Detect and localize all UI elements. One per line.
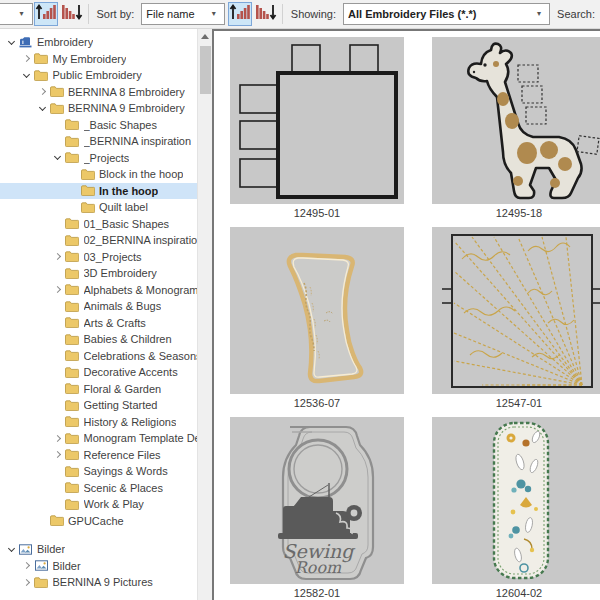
view-mode-combobox[interactable]: ▾ [0, 3, 33, 25]
tree-item-work-play[interactable]: Work & Play [0, 496, 197, 513]
design-thumbnail[interactable]: 12547-01 [432, 227, 600, 409]
sort-by-combobox[interactable]: File name ▾ [141, 3, 225, 25]
tree-item-01-basic-shapes[interactable]: 01_Basic Shapes [0, 216, 197, 233]
tree-item-history-religions[interactable]: History & Religions [0, 414, 197, 431]
toolbar-separator [282, 4, 283, 24]
tree-item-animals-bugs[interactable]: Animals & Bugs [0, 298, 197, 315]
chevron-expanded-icon[interactable] [20, 74, 34, 77]
pictures-icon-wrap [18, 543, 33, 556]
folder-icon [65, 136, 79, 147]
tree-item-embroidery[interactable]: Embroidery [0, 34, 197, 51]
folder-icon [65, 235, 79, 246]
chevron-collapsed-icon[interactable] [20, 563, 34, 568]
chevron-expanded-icon[interactable] [51, 156, 65, 159]
tree-item-reference-files[interactable]: Reference Files [0, 447, 197, 464]
tree-item-label: Arts & Crafts [84, 317, 146, 329]
chevron-expanded-icon[interactable] [4, 41, 18, 44]
tree-item-projects[interactable]: _Projects [0, 150, 197, 167]
folder-icon-wrap [80, 201, 95, 214]
tree-item-label: Work & Play [84, 498, 144, 510]
curved-band-drawing [230, 227, 404, 394]
folder-icon [65, 119, 79, 130]
folder-icon-wrap [34, 576, 49, 589]
folder-icon-wrap [65, 399, 80, 412]
tree-item-label: _BERNINA inspiration [84, 135, 192, 147]
scrollbar-thumb[interactable] [200, 46, 211, 94]
folder-tree: Embroidery My Embroidery Public Embroide… [0, 29, 197, 591]
search-label: Search: [552, 8, 600, 20]
tree-scrollbar[interactable] [197, 29, 212, 600]
tree-item-label: History & Religions [84, 416, 177, 428]
tree-item-gpucache[interactable]: GPUCache [0, 513, 197, 530]
sort-ascending-button-2[interactable] [228, 2, 252, 26]
tree-item-label: 03_Projects [84, 251, 142, 263]
tree-item-getting-started[interactable]: Getting Started [0, 397, 197, 414]
tree-item-bilder[interactable]: Bilder [0, 558, 197, 575]
sort-ascending-button[interactable] [34, 2, 58, 26]
tree-item-label: Reference Files [84, 449, 161, 461]
folder-icon [65, 400, 79, 411]
chevron-collapsed-icon[interactable] [51, 254, 65, 259]
folder-icon [65, 482, 79, 493]
chevron-collapsed-icon[interactable] [51, 287, 65, 292]
chevron-collapsed-icon[interactable] [20, 56, 34, 61]
tree-item-alphabets-monograms[interactable]: Alphabets & Monograms [0, 282, 197, 299]
design-thumbnail[interactable]: 12604-02 [432, 417, 600, 599]
sort-descending-button[interactable] [60, 2, 84, 26]
tree-item-public-embroidery[interactable]: Public Embroidery [0, 67, 197, 84]
tree-item-02-bernina-inspiration[interactable]: 02_BERNINA inspiration [0, 232, 197, 249]
scroll-up-icon [201, 34, 209, 39]
tree-item-my-embroidery[interactable]: My Embroidery [0, 51, 197, 68]
chevron-collapsed-icon[interactable] [51, 436, 65, 441]
tree-item-sayings-words[interactable]: Sayings & Words [0, 463, 197, 480]
folder-icon [65, 466, 79, 477]
tree-item-babies-children[interactable]: Babies & Children [0, 331, 197, 348]
tree-item-bernina-9-embroidery[interactable]: BERNINA 9 Embroidery [0, 100, 197, 117]
tree-item-basic-shapes[interactable]: _Basic Shapes [0, 117, 197, 134]
design-label: 12495-18 [432, 204, 600, 219]
tree-item-arts-crafts[interactable]: Arts & Crafts [0, 315, 197, 332]
design-thumbnails-panel: 12495-01 [212, 29, 600, 600]
design-thumbnail[interactable]: 12495-01 [230, 37, 404, 219]
folder-tree-panel: Embroidery My Embroidery Public Embroide… [0, 29, 212, 600]
tree-item-label: 02_BERNINA inspiration [84, 234, 198, 246]
toolbar: ▾ Sort by: File name ▾ Showing: All Embr… [0, 0, 600, 29]
design-preview-curved-band [230, 227, 404, 394]
folder-icon [65, 284, 79, 295]
tree-item-bilder[interactable]: Bilder [0, 541, 197, 558]
tree-item-decorative-accents[interactable]: Decorative Accents [0, 364, 197, 381]
tree-item-03-projects[interactable]: 03_Projects [0, 249, 197, 266]
scrollbar-up-button[interactable] [198, 29, 212, 44]
chevron-down-icon: ▾ [20, 10, 28, 18]
folder-icon-wrap [80, 184, 95, 197]
design-preview-sewing-room-door-hanger: Sewing Room [230, 417, 404, 584]
chevron-expanded-icon[interactable] [35, 107, 49, 110]
tree-item-bernina-inspiration[interactable]: _BERNINA inspiration [0, 133, 197, 150]
chevron-collapsed-icon[interactable] [51, 452, 65, 457]
chevron-collapsed-icon[interactable] [35, 89, 49, 94]
tree-item-in-the-hoop[interactable]: In the hoop [0, 183, 197, 200]
tree-item-bernina-8-embroidery[interactable]: BERNINA 8 Embroidery [0, 84, 197, 101]
tree-item-scenic-places[interactable]: Scenic & Places [0, 480, 197, 497]
design-thumbnail[interactable]: 12536-07 [230, 227, 404, 409]
tree-item-label: Decorative Accents [84, 366, 178, 378]
tree-item-monogram-template-desi[interactable]: Monogram Template Desi [0, 430, 197, 447]
folder-icon-wrap [49, 102, 64, 115]
folder-icon-wrap [34, 52, 49, 65]
file-type-filter-combobox[interactable]: All Embroidery Files (*.*) ▾ [343, 3, 550, 25]
tree-item-bernina-9-pictures[interactable]: BERNINA 9 Pictures [0, 574, 197, 591]
tree-item-label: In the hoop [99, 185, 158, 197]
folder-icon [65, 367, 79, 378]
tree-item-celebrations-seasons[interactable]: Celebrations & Seasons [0, 348, 197, 365]
design-thumbnail[interactable]: 12495-18 [432, 37, 600, 219]
folder-icon [65, 433, 79, 444]
tree-item-block-in-the-hoop[interactable]: Block in the hoop [0, 166, 197, 183]
sort-descending-button-2[interactable] [254, 2, 278, 26]
design-thumbnail[interactable]: Sewing Room 12582-01 [230, 417, 404, 599]
tree-item-3d-embroidery[interactable]: 3D Embroidery [0, 265, 197, 282]
tree-item-quilt-label[interactable]: Quilt label [0, 199, 197, 216]
tree-item-floral-garden[interactable]: Floral & Garden [0, 381, 197, 398]
chevron-collapsed-icon[interactable] [20, 580, 34, 585]
chevron-expanded-icon[interactable] [4, 548, 18, 551]
file-type-filter-value: All Embroidery Files (*.*) [348, 8, 533, 20]
